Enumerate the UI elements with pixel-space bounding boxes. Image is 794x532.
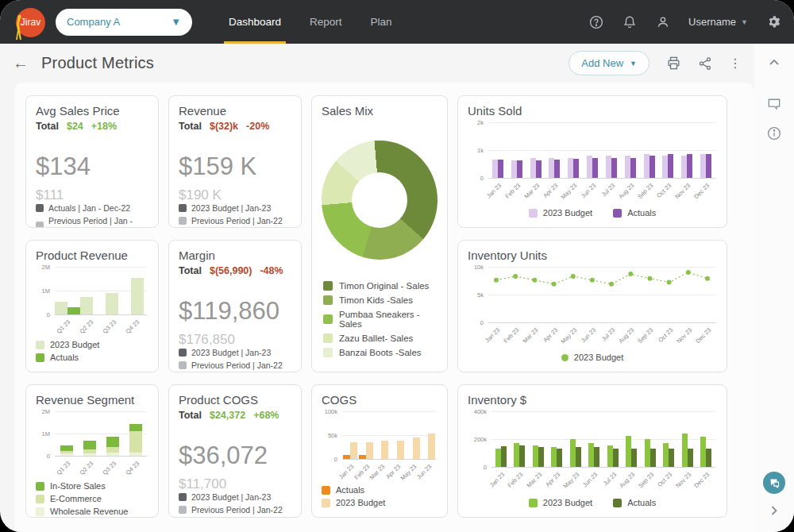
company-selector[interactable]: Company A ▼ bbox=[56, 9, 192, 36]
card-title: Inventory Units bbox=[468, 249, 717, 262]
main-tabs: Dashboard Report Plan bbox=[214, 0, 407, 44]
x-axis-label: Mar 23 bbox=[522, 182, 541, 200]
legend-swatch bbox=[36, 495, 44, 503]
bar bbox=[106, 293, 118, 314]
data-point bbox=[571, 274, 576, 279]
gridline bbox=[55, 314, 147, 315]
jirav-logo[interactable]: Jirav bbox=[13, 6, 44, 38]
y-axis-tick: 10k bbox=[468, 264, 484, 271]
add-new-button[interactable]: Add New ▼ bbox=[569, 51, 649, 75]
bar-group bbox=[583, 156, 602, 178]
x-axis-label: Apr 23 bbox=[542, 326, 559, 344]
bar-group bbox=[526, 158, 545, 178]
card-title: Product COGS bbox=[179, 393, 291, 407]
bar bbox=[700, 154, 706, 178]
bar-group bbox=[564, 158, 583, 178]
bar bbox=[650, 449, 656, 467]
info-icon[interactable] bbox=[767, 126, 781, 144]
legend-item: Previous Period | Jan-22 bbox=[179, 505, 291, 515]
bar-group bbox=[507, 160, 526, 178]
card-product-cogs: Product COGS Total $24,372 +68% $36,072 … bbox=[168, 384, 302, 518]
bar-group bbox=[641, 439, 660, 467]
kebab-menu-icon[interactable]: ⋮ bbox=[729, 57, 742, 70]
page-title: Product Metrics bbox=[41, 54, 154, 72]
tab-plan[interactable]: Plan bbox=[357, 0, 407, 44]
share-icon[interactable] bbox=[697, 56, 713, 71]
bar bbox=[551, 447, 557, 467]
x-axis-label: Jan 23 bbox=[337, 463, 355, 480]
bar-segment bbox=[106, 447, 119, 453]
data-point bbox=[532, 278, 537, 283]
total-row: Total $(56,990) -48% bbox=[179, 265, 291, 276]
legend-label: Wholesale Revenue bbox=[50, 507, 128, 516]
print-icon[interactable] bbox=[665, 56, 681, 71]
legend-swatch bbox=[529, 499, 538, 507]
total-delta: $24,372 bbox=[210, 410, 245, 421]
x-axis-label: Q3 23 bbox=[101, 460, 118, 476]
add-new-label: Add New bbox=[581, 57, 623, 69]
total-row: Total $24 +18% bbox=[36, 121, 148, 132]
legend-label: 2023 Budget bbox=[336, 498, 385, 507]
kpi-value: $36,072 bbox=[179, 441, 291, 470]
tab-report[interactable]: Report bbox=[295, 0, 357, 44]
x-axis-label: Mar 23 bbox=[525, 471, 543, 489]
legend-label: 2023 Budget bbox=[50, 340, 99, 349]
bar-group bbox=[124, 424, 147, 456]
card-title: Revenue bbox=[179, 104, 291, 118]
tab-dashboard[interactable]: Dashboard bbox=[214, 0, 295, 44]
y-axis-tick: 5k bbox=[468, 291, 484, 299]
comments-icon[interactable] bbox=[767, 98, 781, 114]
bar bbox=[606, 156, 611, 178]
bar bbox=[498, 160, 503, 178]
card-legend: 2023 Budget | Jan-23Previous Period | Ja… bbox=[179, 203, 291, 227]
bar bbox=[663, 443, 669, 467]
legend-swatch bbox=[322, 486, 330, 495]
card-inventory-units: Inventory Units 05k10kJan 23Feb 23Mar 23… bbox=[457, 240, 727, 372]
plot-area bbox=[488, 267, 715, 322]
x-axis-label: Jul 23 bbox=[602, 471, 619, 488]
collapse-chevron-up-icon[interactable] bbox=[769, 55, 780, 69]
legend-swatch bbox=[613, 209, 622, 218]
legend-swatch bbox=[36, 353, 44, 362]
back-arrow-icon[interactable]: ← bbox=[13, 54, 29, 72]
legend-item: 2023 Budget | Jan-23 bbox=[179, 348, 291, 357]
user-icon[interactable] bbox=[655, 14, 671, 30]
help-icon[interactable] bbox=[588, 14, 604, 30]
x-axis-label: Jan 23 bbox=[484, 326, 501, 344]
bar bbox=[492, 160, 498, 178]
bar-group bbox=[697, 437, 716, 467]
page-header-actions: Add New ▼ ⋮ bbox=[569, 51, 742, 75]
y-axis-tick: 100k bbox=[322, 408, 337, 415]
sales-mix-legend: Timon Original - SalesTimon Kids -SalesP… bbox=[322, 281, 437, 364]
settings-gear-icon[interactable] bbox=[765, 14, 781, 30]
bar-segment bbox=[60, 445, 73, 451]
username-menu[interactable]: Username ▼ bbox=[688, 16, 748, 28]
notifications-bell-icon[interactable] bbox=[622, 14, 638, 30]
legend-label: Pumbaa Sneakers -Sales bbox=[339, 310, 437, 329]
total-label: Total bbox=[179, 121, 202, 132]
donut-chart-wrap bbox=[322, 119, 437, 281]
legend-label: Zazu Ballet- Sales bbox=[339, 333, 413, 343]
legend-swatch bbox=[36, 222, 44, 228]
bar-group bbox=[101, 437, 124, 456]
legend-swatch bbox=[36, 341, 44, 349]
legend-item: Actuals bbox=[36, 353, 148, 362]
bar-group bbox=[420, 434, 436, 459]
bar-group bbox=[491, 446, 511, 467]
legend-item: 2023 Budget bbox=[561, 353, 623, 362]
y-axis-tick: 400k bbox=[468, 408, 487, 415]
data-point bbox=[552, 282, 557, 287]
legend-item: Timon Original - Sales bbox=[323, 281, 437, 291]
bar bbox=[413, 438, 420, 459]
bar-group bbox=[658, 154, 677, 178]
expand-chevron-right-icon[interactable] bbox=[771, 505, 778, 519]
card-title: Inventory $ bbox=[468, 393, 717, 407]
legend-swatch bbox=[323, 348, 333, 357]
gridline bbox=[342, 459, 436, 460]
bar bbox=[549, 158, 554, 178]
chat-fab-button[interactable] bbox=[763, 472, 785, 494]
total-row: Total $(32)k -20% bbox=[179, 121, 291, 132]
legend-label: Actuals bbox=[627, 498, 656, 507]
bar-group bbox=[78, 441, 101, 456]
bar-group bbox=[389, 441, 405, 459]
